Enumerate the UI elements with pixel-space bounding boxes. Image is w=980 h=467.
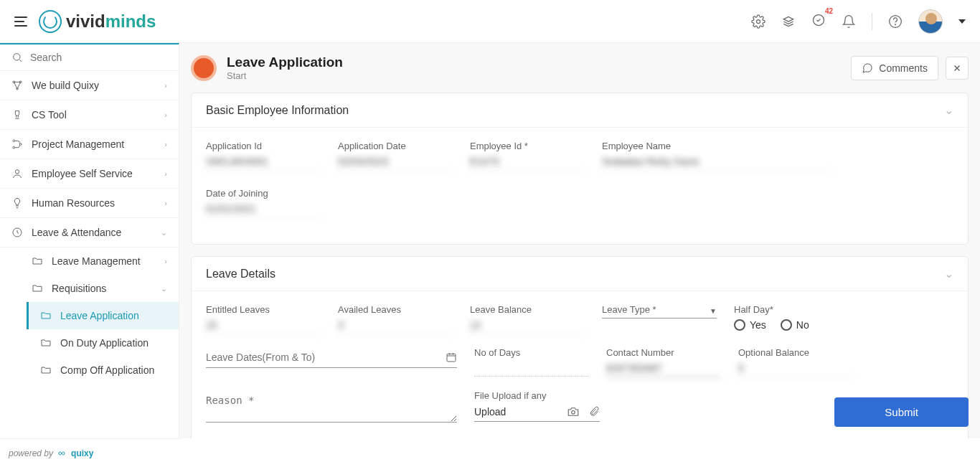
availed-leaves-value: 3 xyxy=(338,319,453,334)
chevron-down-icon: ⌄ xyxy=(944,103,953,117)
chat-icon xyxy=(862,62,873,74)
application-date-label: Application Date xyxy=(338,141,453,151)
logo-text: vividminds xyxy=(66,11,156,32)
close-icon xyxy=(952,63,962,73)
sidebar-item-cs-tool[interactable]: CS Tool› xyxy=(0,100,179,130)
attachment-icon xyxy=(588,406,600,418)
sidebar-item-leave-attendance[interactable]: Leave & Attendance⌄ xyxy=(0,218,179,247)
page-subtitle: Start xyxy=(227,70,343,81)
basic-info-header[interactable]: Basic Employee Information⌄ xyxy=(192,93,968,128)
person-icon xyxy=(11,168,23,179)
comments-button[interactable]: Comments xyxy=(851,56,938,80)
svg-rect-13 xyxy=(447,354,456,362)
svg-point-8 xyxy=(13,140,15,142)
network-icon xyxy=(11,80,23,91)
powered-by-logo: quixy xyxy=(57,448,93,458)
leave-balance-value: 12 xyxy=(470,319,585,334)
user-avatar[interactable] xyxy=(918,9,943,34)
entitled-leaves-label: Entitled Leaves xyxy=(206,304,321,315)
submit-button[interactable]: Submit xyxy=(834,397,969,427)
file-upload-label: File Upload if any xyxy=(474,390,600,401)
application-id-value: VM/LAR/4001 xyxy=(206,156,321,171)
leave-dates-input[interactable] xyxy=(206,347,457,368)
bell-icon[interactable] xyxy=(842,14,856,29)
folder-icon xyxy=(40,310,52,321)
calendar-icon xyxy=(446,352,457,363)
folder-icon xyxy=(40,364,52,376)
notification-badge: 42 xyxy=(825,7,833,15)
divider xyxy=(872,13,872,30)
employee-id-label: Employee Id * xyxy=(470,141,585,151)
svg-point-11 xyxy=(15,170,19,174)
sidebar-item-project-management[interactable]: Project Management› xyxy=(0,130,179,159)
trophy-icon xyxy=(11,109,23,121)
leave-type-select[interactable]: Leave Type *▼ xyxy=(602,304,717,319)
page-title: Leave Application xyxy=(227,55,343,70)
optional-balance-label: Optional Balance xyxy=(738,347,853,358)
svg-point-9 xyxy=(19,143,22,146)
no-of-days-label: No of Days xyxy=(474,347,589,358)
availed-leaves-label: Availed Leaves xyxy=(338,304,453,315)
date-of-joining-label: Date of Joining xyxy=(206,188,321,199)
reason-textarea[interactable] xyxy=(206,390,457,423)
folder-icon xyxy=(32,255,43,267)
svg-point-10 xyxy=(13,146,15,148)
chevron-down-icon: ▼ xyxy=(710,307,717,315)
menu-toggle-icon[interactable] xyxy=(14,13,32,30)
brand-logo[interactable]: vividminds xyxy=(39,10,156,33)
svg-point-3 xyxy=(895,24,896,24)
sidebar-item-comp-off-application[interactable]: Comp Off Application xyxy=(29,357,179,384)
sidebar-item-we-build-quixy[interactable]: We build Quixy› xyxy=(0,71,179,100)
entitled-leaves-value: 15 xyxy=(206,319,321,334)
app-header: vividminds 42 xyxy=(0,0,980,43)
page-icon xyxy=(191,55,217,81)
employee-name-value: Sodadasi Ricky Davis xyxy=(602,156,831,171)
layers-icon[interactable] xyxy=(781,14,796,29)
sidebar-item-human-resources[interactable]: Human Resources› xyxy=(0,189,179,218)
camera-icon xyxy=(567,405,580,418)
sidebar: We build Quixy› CS Tool› Project Managem… xyxy=(0,43,179,438)
sidebar-item-requisitions[interactable]: Requisitions⌄ xyxy=(20,275,179,302)
svg-point-14 xyxy=(572,411,575,415)
employee-id-value: E1075 xyxy=(470,156,585,171)
half-day-yes-radio[interactable]: Yes xyxy=(734,319,766,331)
tasks-icon[interactable]: 42 xyxy=(811,13,826,29)
application-id-label: Application Id xyxy=(206,141,321,151)
no-of-days-value xyxy=(474,362,589,377)
contact-number-value: 8297353487 xyxy=(606,362,721,377)
file-upload-input[interactable]: Upload xyxy=(474,405,600,422)
folder-icon xyxy=(40,337,52,349)
half-day-no-radio[interactable]: No xyxy=(781,319,809,331)
idea-icon xyxy=(11,197,23,209)
leave-details-header[interactable]: Leave Details⌄ xyxy=(192,257,968,291)
sidebar-item-leave-application[interactable]: Leave Application xyxy=(27,302,179,329)
leave-balance-label: Leave Balance xyxy=(470,304,585,315)
date-of-joining-value: 01/01/2021 xyxy=(206,203,321,218)
basic-info-section: Basic Employee Information⌄ Application … xyxy=(191,93,969,245)
sidebar-item-on-duty-application[interactable]: On Duty Application xyxy=(29,329,179,357)
folder-icon xyxy=(32,283,43,294)
svg-point-4 xyxy=(14,54,20,60)
half-day-label: Half Day* xyxy=(734,304,877,315)
logo-icon xyxy=(39,10,62,33)
main-content: Leave Application Start Comments Basic E… xyxy=(179,43,980,438)
close-button[interactable] xyxy=(946,57,969,80)
footer: powered by quixy xyxy=(0,438,179,467)
optional-balance-value: 5 xyxy=(738,362,853,377)
search-input[interactable] xyxy=(30,52,167,63)
sidebar-item-leave-management[interactable]: Leave Management› xyxy=(20,247,179,275)
contact-number-label: Contact Number xyxy=(606,347,721,358)
sidebar-item-employee-self-service[interactable]: Employee Self Service› xyxy=(0,159,179,189)
gear-icon[interactable] xyxy=(751,14,765,29)
employee-name-label: Employee Name xyxy=(602,141,831,151)
clock-icon xyxy=(11,227,23,238)
user-menu-caret-icon[interactable] xyxy=(958,19,966,24)
chevron-down-icon: ⌄ xyxy=(944,267,953,280)
search-icon xyxy=(11,52,23,63)
application-date-value: 02/03/2023 xyxy=(338,156,453,171)
flow-icon xyxy=(11,138,23,150)
svg-point-0 xyxy=(757,19,760,23)
help-icon[interactable] xyxy=(888,14,903,29)
